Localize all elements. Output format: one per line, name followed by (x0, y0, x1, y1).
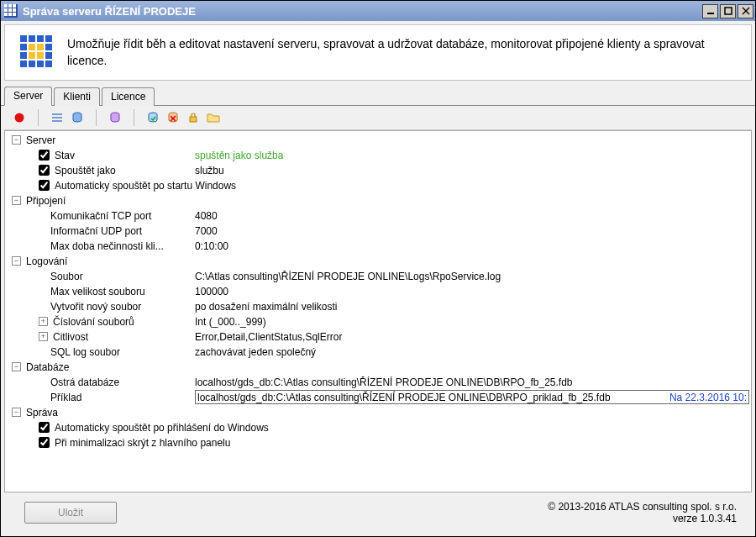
folder-icon[interactable] (205, 109, 222, 126)
record-icon[interactable] (11, 109, 28, 126)
database-icon[interactable] (69, 109, 86, 126)
minimize-hide-checkbox[interactable] (39, 437, 50, 448)
prop-minimize-hide[interactable]: Při minimalizaci skrýt z hlavního panelu (5, 435, 751, 450)
svg-rect-14 (190, 117, 197, 122)
prop-novy-soubor[interactable]: Vytvořit nový soubor po dosažení maximál… (5, 299, 751, 314)
tab-bar: Server Klienti Licence (1, 86, 755, 106)
prop-idle-time[interactable]: Max doba nečinnosti kli... 0:10:00 (5, 239, 751, 254)
tab-server[interactable]: Server (4, 87, 52, 106)
prop-spoustet-jako[interactable]: Spouštět jako službu (5, 163, 751, 178)
database-delete-icon[interactable] (165, 109, 181, 126)
database-backup-icon[interactable] (144, 109, 161, 126)
prop-ostra-db[interactable]: Ostrá databáze localhost/gds_db:C:\Atlas… (5, 375, 751, 390)
save-button[interactable]: Uložit (24, 502, 117, 524)
prop-autostart-login[interactable]: Automaticky spouštět po přihlášení do Wi… (5, 420, 751, 435)
prop-udp-port[interactable]: Informační UDP port 7000 (5, 224, 751, 239)
selected-value-cell[interactable]: localhost/gds_db:C:\Atlas consulting\ŘÍZ… (195, 390, 749, 404)
footer: Uložit © 2013-2016 ATLAS consulting spol… (4, 492, 752, 533)
svg-rect-1 (725, 8, 732, 14)
prop-soubor[interactable]: Soubor C:\Atlas consulting\ŘÍZENÍ PRODEJ… (5, 269, 751, 284)
window-title: Správa serveru ŘÍZENÍ PRODEJE (23, 5, 701, 18)
tab-licence[interactable]: Licence (102, 87, 155, 106)
spoustet-checkbox[interactable] (39, 165, 50, 176)
group-databaze: − Databáze (5, 360, 751, 375)
content-area: − Server Stav spuštěn jako služba Spoušt… (4, 106, 752, 533)
autostart-login-checkbox[interactable] (39, 422, 50, 433)
prop-sql-log[interactable]: SQL log soubor zachovávat jeden společný (5, 345, 751, 360)
autostart-checkbox[interactable] (39, 180, 50, 191)
prop-citlivost[interactable]: + Citlivost Error,Detail,ClientStatus,Sq… (5, 329, 751, 345)
maximize-button[interactable] (720, 4, 736, 18)
info-header: Umožňuje řídit běh a editovat nastavení … (4, 24, 752, 81)
info-description: Umožňuje řídit běh a editovat nastavení … (67, 35, 736, 70)
toolbar (4, 106, 752, 130)
prop-stav[interactable]: Stav spuštěn jako služba (5, 148, 751, 163)
titlebar: Správa serveru ŘÍZENÍ PRODEJE (1, 1, 755, 21)
collapse-icon[interactable]: − (12, 196, 21, 205)
list-icon[interactable] (49, 109, 66, 126)
app-window: Správa serveru ŘÍZENÍ PRODEJE Umožňuje ř… (0, 0, 756, 537)
group-server: − Server (5, 133, 751, 148)
group-pripojeni: − Připojení (5, 193, 751, 208)
prop-autostart[interactable]: Automaticky spouštět po startu Windows (5, 178, 751, 193)
tab-klienti[interactable]: Klienti (54, 87, 100, 106)
prop-cislovani[interactable]: + Číslování souborů Int (_000.._999) (5, 314, 751, 329)
group-sprava: − Správa (5, 405, 751, 420)
expand-icon[interactable]: + (39, 332, 48, 341)
svg-point-4 (15, 113, 24, 122)
database-settings-icon[interactable] (107, 109, 123, 126)
minimize-button[interactable] (702, 4, 718, 18)
database-lock-icon[interactable] (185, 109, 202, 126)
prop-priklad-db[interactable]: Příklad localhost/gds_db:C:\Atlas consul… (5, 390, 751, 405)
property-grid: − Server Stav spuštěn jako služba Spoušt… (4, 130, 752, 492)
stav-checkbox[interactable] (39, 150, 50, 161)
prop-tcp-port[interactable]: Komunikační TCP port 4080 (5, 208, 751, 224)
close-button[interactable] (738, 4, 753, 18)
copyright: © 2013-2016 ATLAS consulting spol. s r.o… (548, 501, 737, 513)
group-logovani: − Logování (5, 254, 751, 269)
collapse-icon[interactable]: − (12, 408, 21, 417)
app-icon (4, 4, 18, 18)
expand-icon[interactable]: + (39, 317, 48, 326)
collapse-icon[interactable]: − (12, 135, 21, 145)
version: verze 1.0.3.41 (548, 513, 737, 524)
prop-max-velikost[interactable]: Max velikost souboru 100000 (5, 284, 751, 299)
collapse-icon[interactable]: − (12, 362, 21, 371)
server-admin-icon (20, 35, 52, 67)
collapse-icon[interactable]: − (12, 256, 21, 266)
